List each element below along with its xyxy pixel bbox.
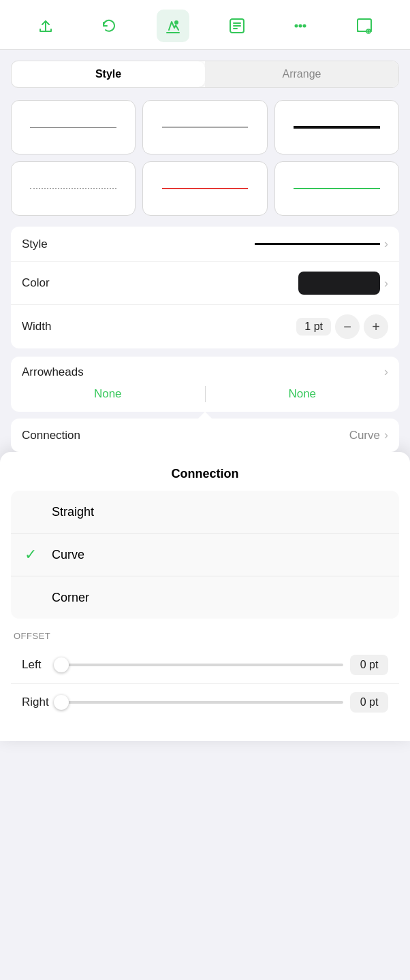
corner-label: Corner (52, 591, 89, 605)
line-style-thick[interactable] (274, 100, 399, 154)
color-swatch[interactable] (298, 272, 380, 295)
line-style-green[interactable] (274, 161, 399, 216)
offset-left-thumb[interactable] (54, 657, 69, 672)
red-line-preview (162, 188, 249, 189)
svg-point-1 (174, 20, 178, 24)
popup-option-corner[interactable]: ✓ Corner (11, 576, 399, 619)
green-line-preview (294, 188, 380, 189)
width-value: 1 pt (296, 318, 331, 336)
thin-line-preview (30, 127, 116, 128)
arrowhead-left[interactable]: None (11, 387, 205, 401)
format-button[interactable] (157, 10, 189, 42)
style-settings: Style › Color › Width 1 pt − + (11, 227, 399, 348)
medium-line-preview (162, 127, 249, 128)
color-chevron: › (384, 276, 388, 291)
line-style-grid (11, 100, 399, 216)
style-line-preview (255, 243, 380, 245)
svg-point-15 (368, 31, 369, 32)
connection-popup: Connection ✓ Straight ✓ Curve ✓ Corner O… (0, 452, 410, 741)
connection-row[interactable]: Connection Curve › (11, 419, 399, 452)
curve-check-icon: ✓ (25, 546, 41, 564)
style-chevron: › (384, 237, 388, 251)
share-button[interactable] (29, 10, 62, 42)
width-controls: 1 pt − + (296, 314, 388, 339)
offset-left-value: 0 pt (350, 655, 388, 675)
arrowheads-label: Arrowheads (22, 365, 84, 379)
offset-right-row: Right 0 pt (11, 684, 399, 721)
arrowheads-section: Arrowheads › None None (11, 357, 399, 412)
toolbar (0, 0, 410, 50)
width-decrease-button[interactable]: − (335, 314, 360, 339)
arrowheads-label-row: Arrowheads › (11, 357, 399, 382)
popup-option-straight[interactable]: ✓ Straight (11, 491, 399, 534)
preview-button[interactable] (348, 10, 381, 42)
offset-section: OFFSET Left 0 pt Right 0 pt (11, 631, 399, 721)
line-style-thin[interactable] (11, 100, 136, 154)
offset-right-slider[interactable] (61, 701, 343, 704)
dotted-line-preview (30, 188, 116, 189)
connection-label: Connection (22, 429, 349, 442)
popup-title: Connection (0, 452, 410, 491)
line-style-red[interactable] (142, 161, 267, 216)
tab-style[interactable]: Style (12, 61, 205, 87)
offset-right-label: Right (22, 696, 54, 709)
arrowheads-options: None None (11, 382, 399, 412)
style-row[interactable]: Style › (11, 227, 399, 262)
popup-options: ✓ Straight ✓ Curve ✓ Corner (11, 491, 399, 619)
connection-chevron: › (384, 428, 388, 442)
color-row-label: Color (22, 276, 298, 290)
arrowheads-chevron: › (384, 365, 388, 379)
tab-bar: Style Arrange (11, 61, 399, 88)
width-row: Width 1 pt − + (11, 305, 399, 348)
text-button[interactable] (221, 10, 253, 42)
straight-label: Straight (52, 505, 94, 519)
popup-triangle (197, 412, 213, 420)
offset-right-thumb[interactable] (54, 695, 69, 710)
arrowhead-right[interactable]: None (206, 387, 400, 401)
offset-rows: Left 0 pt Right 0 pt (11, 647, 399, 721)
popup-option-curve[interactable]: ✓ Curve (11, 534, 399, 576)
more-button[interactable] (284, 10, 317, 42)
offset-section-label: OFFSET (11, 631, 399, 647)
bottom-spacer (0, 721, 410, 741)
offset-left-slider[interactable] (61, 664, 343, 666)
offset-left-label: Left (22, 658, 54, 672)
curve-label: Curve (52, 548, 84, 562)
undo-button[interactable] (93, 10, 125, 42)
thick-line-preview (294, 126, 380, 129)
width-row-label: Width (22, 320, 296, 333)
width-increase-button[interactable]: + (364, 314, 388, 339)
connection-value: Curve (349, 429, 380, 442)
tab-arrange[interactable]: Arrange (205, 61, 398, 87)
style-row-label: Style (22, 238, 201, 251)
color-row[interactable]: Color › (11, 262, 399, 305)
offset-right-value: 0 pt (350, 692, 388, 713)
line-style-medium[interactable] (142, 100, 267, 154)
offset-left-row: Left 0 pt (11, 647, 399, 684)
line-style-dotted[interactable] (11, 161, 136, 216)
